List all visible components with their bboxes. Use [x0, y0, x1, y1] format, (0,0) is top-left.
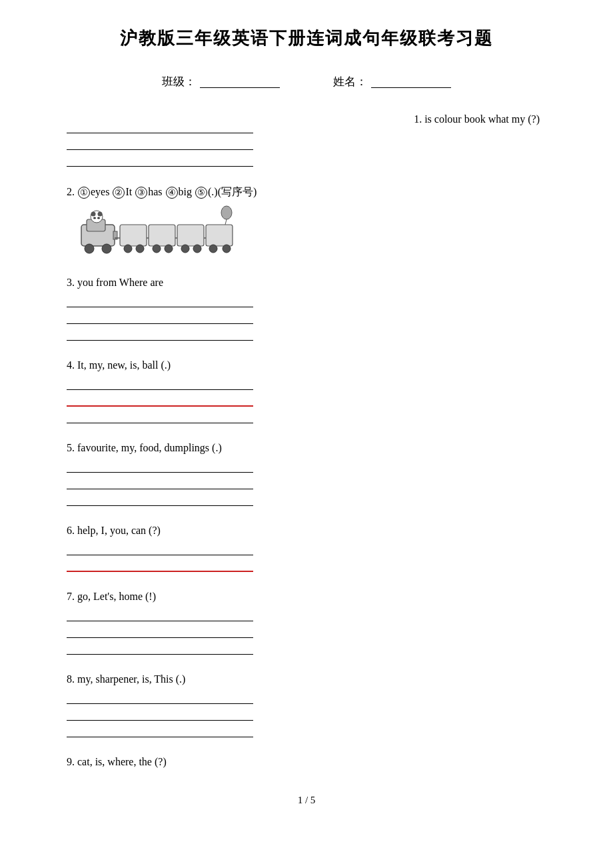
answer-line-red — [67, 559, 253, 572]
svg-rect-13 — [149, 225, 175, 246]
answer-line — [67, 153, 253, 167]
question-6-section: 6. help, I, you, can (?) — [67, 525, 546, 572]
question-3-section: 3. you from Where are — [67, 277, 546, 341]
answer-line — [67, 724, 253, 737]
class-field: 班级： — [162, 74, 280, 89]
q4-text: 4. It, my, new, is, ball (.) — [67, 359, 546, 371]
question-7-section: 7. go, Let's, home (!) — [67, 591, 546, 655]
answer-line — [67, 377, 253, 390]
class-underline — [200, 76, 280, 88]
answer-line — [67, 459, 253, 473]
svg-line-23 — [225, 219, 227, 225]
question-1-container: 1. is colour book what my (?) — [67, 113, 546, 167]
answer-line — [67, 691, 253, 704]
svg-point-17 — [181, 245, 189, 253]
q9-text: 9. cat, is, where, the (?) — [67, 756, 546, 768]
svg-point-14 — [153, 245, 161, 253]
question-4-section: 4. It, my, new, is, ball (.) — [67, 359, 546, 423]
page-title: 沪教版三年级英语下册连词成句年级联考习题 — [67, 27, 546, 50]
q1-answer-lines — [67, 120, 253, 167]
answer-line — [67, 410, 253, 423]
answer-line — [67, 311, 253, 324]
svg-point-7 — [98, 212, 103, 217]
q6-answer-block — [67, 542, 546, 572]
svg-point-11 — [124, 245, 132, 253]
answer-line — [67, 476, 253, 489]
circle-1: ① — [78, 187, 90, 199]
answer-line — [67, 707, 253, 721]
answer-line — [67, 137, 253, 150]
answer-line — [67, 641, 253, 655]
svg-rect-10 — [120, 225, 147, 246]
q2-question-text: 2. ①eyes ②It ③has ④big ⑤(.)(写序号) — [67, 185, 546, 199]
svg-point-18 — [193, 245, 201, 253]
answer-line — [67, 542, 253, 555]
page-container: 沪教版三年级英语下册连词成句年级联考习题 班级： 姓名： 1. is colou… — [0, 0, 613, 868]
svg-point-21 — [223, 245, 231, 253]
train-image-area — [80, 205, 546, 258]
svg-point-8 — [93, 217, 96, 219]
question-5-section: 5. favourite, my, food, dumplings (.) — [67, 442, 546, 506]
svg-point-20 — [209, 245, 217, 253]
q8-answer-block — [67, 691, 546, 737]
svg-rect-16 — [177, 225, 204, 246]
class-label: 班级： — [162, 74, 196, 89]
answer-line — [67, 120, 253, 133]
circle-4: ④ — [166, 187, 178, 199]
page-number: 1 / 5 — [67, 795, 546, 806]
svg-point-3 — [102, 244, 111, 253]
name-underline — [371, 76, 451, 88]
q6-text: 6. help, I, you, can (?) — [67, 525, 546, 537]
q8-text: 8. my, sharpener, is, This (.) — [67, 673, 546, 685]
svg-rect-19 — [206, 225, 233, 246]
svg-point-9 — [97, 217, 100, 219]
answer-line — [67, 327, 253, 341]
question-2-container: 2. ①eyes ②It ③has ④big ⑤(.)(写序号) — [67, 185, 546, 258]
name-label: 姓名： — [333, 74, 367, 89]
circle-3: ③ — [135, 187, 147, 199]
svg-point-22 — [221, 206, 232, 219]
answer-line — [67, 294, 253, 307]
q3-text: 3. you from Where are — [67, 277, 546, 289]
question-9-section: 9. cat, is, where, the (?) — [67, 756, 546, 768]
answer-line — [67, 493, 253, 506]
q1-number: 1. is colour book what my (?) — [414, 113, 540, 125]
svg-point-15 — [165, 245, 173, 253]
circle-5: ⑤ — [195, 187, 207, 199]
answer-line-red — [67, 393, 253, 407]
q5-text: 5. favourite, my, food, dumplings (.) — [67, 442, 546, 454]
svg-point-6 — [91, 212, 96, 217]
q7-answer-block — [67, 608, 546, 655]
q4-answer-block — [67, 377, 546, 423]
question-8-section: 8. my, sharpener, is, This (.) — [67, 673, 546, 737]
svg-point-12 — [136, 245, 144, 253]
q3-answer-block — [67, 294, 546, 341]
header-row: 班级： 姓名： — [67, 74, 546, 89]
q5-answer-block — [67, 459, 546, 506]
q7-text: 7. go, Let's, home (!) — [67, 591, 546, 603]
q1-question-text: 1. is colour book what my (?) — [414, 113, 546, 125]
answer-line — [67, 608, 253, 621]
answer-line — [67, 625, 253, 638]
train-svg — [80, 205, 240, 258]
circle-2: ② — [113, 187, 125, 199]
name-field: 姓名： — [333, 74, 451, 89]
svg-point-2 — [85, 244, 94, 253]
